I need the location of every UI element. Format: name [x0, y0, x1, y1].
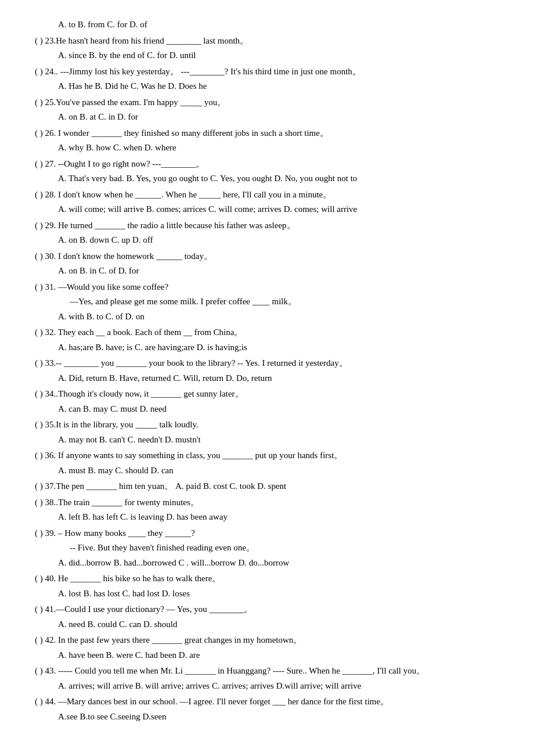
q29-question: ( ) 29. He turned _______ the radio a li…	[35, 218, 499, 233]
q28-block: ( ) 28. I don't know when he ______. Whe…	[35, 188, 499, 217]
q36-question: ( ) 36. If anyone wants to say something…	[35, 448, 499, 463]
q25-question: ( ) 25.You've passed the exam. I'm happy…	[35, 95, 499, 110]
q26-question: ( ) 26. I wonder _______ they finished s…	[35, 126, 499, 141]
q29-block: ( ) 29. He turned _______ the radio a li…	[35, 218, 499, 248]
q30-question: ( ) 30. I don't know the homework ______…	[35, 249, 499, 264]
q41-options: A. need B. could C. can D. should	[35, 617, 499, 632]
q24-question: ( ) 24.. ---Jimmy lost his key yesterday…	[35, 64, 499, 80]
q34-question: ( ) 34..Though it's cloudy now, it _____…	[35, 387, 499, 402]
q34-block: ( ) 34..Though it's cloudy now, it _____…	[35, 387, 499, 416]
q25-options: A. on B. at C. in D. for	[35, 110, 499, 125]
q23-block: ( ) 23.He hasn't heard from his friend _…	[35, 34, 499, 63]
q31-question: ( ) 31. —Would you like some coffee?	[35, 280, 499, 295]
q43-question: ( ) 43. ----- Could you tell me when Mr.…	[35, 664, 499, 679]
q35-question: ( ) 35.It is in the library, you _____ t…	[35, 417, 499, 433]
q23-question: ( ) 23.He hasn't heard from his friend _…	[35, 34, 499, 49]
q42-block: ( ) 42. In the past few years there ____…	[35, 633, 499, 663]
q43-block: ( ) 43. ----- Could you tell me when Mr.…	[35, 664, 499, 693]
q35-block: ( ) 35.It is in the library, you _____ t…	[35, 417, 499, 447]
top-options-block: A. to B. from C. for D. of	[35, 17, 499, 33]
q27-question: ( ) 27. --Ought I to go right now? ---__…	[35, 157, 499, 172]
q31-block: ( ) 31. —Would you like some coffee? —Ye…	[35, 280, 499, 325]
q41-question: ( ) 41.—Could I use your dictionary? — Y…	[35, 602, 499, 617]
q32-question: ( ) 32. They each __ a book. Each of the…	[35, 325, 499, 340]
q42-question: ( ) 42. In the past few years there ____…	[35, 633, 499, 648]
q33-options: A. Did, return B. Have, returned C. Will…	[35, 371, 499, 386]
q28-options: A. will come; will arrive B. comes; arri…	[35, 202, 499, 217]
q39-sub: -- Five. But they haven't finished readi…	[35, 541, 499, 556]
q41-block: ( ) 41.—Could I use your dictionary? — Y…	[35, 602, 499, 632]
q40-options: A. lost B. has lost C. had lost D. loses	[35, 586, 499, 602]
q33-block: ( ) 33.-- ________ you _______ your book…	[35, 356, 499, 386]
q42-options: A. have been B. were C. had been D. are	[35, 648, 499, 663]
q31-options: A. with B. to C. of D. on	[35, 309, 499, 325]
q36-block: ( ) 36. If anyone wants to say something…	[35, 448, 499, 478]
q35-options: A. may not B. can't C. needn't D. mustn'…	[35, 433, 499, 448]
q39-question: ( ) 39. – How many books ____ they _____…	[35, 526, 499, 541]
q26-options: A. why B. how C. when D. where	[35, 141, 499, 156]
q27-block: ( ) 27. --Ought I to go right now? ---__…	[35, 157, 499, 186]
q37-block: ( ) 37.The pen _______ him ten yuan。 A. …	[35, 479, 499, 494]
q30-block: ( ) 30. I don't know the homework ______…	[35, 249, 499, 279]
q39-block: ( ) 39. – How many books ____ they _____…	[35, 526, 499, 571]
q25-block: ( ) 25.You've passed the exam. I'm happy…	[35, 95, 499, 125]
q23-options: A. since B. by the end of C. for D. unti…	[35, 48, 499, 63]
q33-question: ( ) 33.-- ________ you _______ your book…	[35, 356, 499, 371]
q40-block: ( ) 40. He _______ his bike so he has to…	[35, 571, 499, 601]
q44-block: ( ) 44. —Mary dances best in our school.…	[35, 694, 499, 724]
q32-block: ( ) 32. They each __ a book. Each of the…	[35, 325, 499, 355]
q34-options: A. can B. may C. must D. need	[35, 402, 499, 417]
q44-options: A.see B.to see C.seeing D.seen	[35, 710, 499, 725]
top-options: A. to B. from C. for D. of	[35, 17, 499, 33]
q38-options: A. left B. has left C. is leaving D. has…	[35, 510, 499, 525]
q32-options: A. has;are B. have; is C. are having;are…	[35, 340, 499, 355]
q43-options: A. arrives; will arrive B. will arrive; …	[35, 679, 499, 694]
q44-question: ( ) 44. —Mary dances best in our school.…	[35, 694, 499, 710]
q39-options: A. did...borrow B. had...borrowed C . wi…	[35, 556, 499, 571]
q26-block: ( ) 26. I wonder _______ they finished s…	[35, 126, 499, 156]
q24-options: A. Has he B. Did he C. Was he D. Does he	[35, 79, 499, 94]
q27-options: A. That's very bad. B. Yes, you go ought…	[35, 171, 499, 186]
q28-question: ( ) 28. I don't know when he ______. Whe…	[35, 188, 499, 203]
q31-sub: —Yes, and please get me some milk. I pre…	[35, 294, 499, 309]
q36-options: A. must B. may C. should D. can	[35, 463, 499, 478]
q24-block: ( ) 24.. ---Jimmy lost his key yesterday…	[35, 64, 499, 94]
q37-question: ( ) 37.The pen _______ him ten yuan。 A. …	[35, 479, 499, 494]
q38-block: ( ) 38..The train _______ for twenty min…	[35, 495, 499, 525]
q40-question: ( ) 40. He _______ his bike so he has to…	[35, 571, 499, 586]
q38-question: ( ) 38..The train _______ for twenty min…	[35, 495, 499, 510]
quiz-container: A. to B. from C. for D. of ( ) 23.He has…	[35, 17, 499, 724]
q29-options: A. on B. down C. up D. off	[35, 233, 499, 248]
q30-options: A. on B. in C. of D. for	[35, 264, 499, 279]
